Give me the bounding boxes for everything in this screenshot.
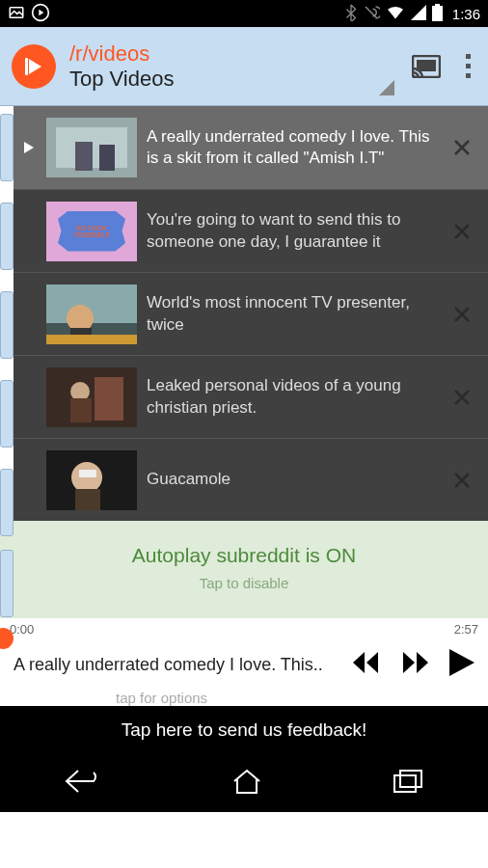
- video-item[interactable]: Leaked personal videos of a young christ…: [14, 355, 488, 438]
- status-bar: 1:36: [0, 0, 488, 27]
- remove-button[interactable]: [449, 302, 474, 327]
- now-playing-title[interactable]: A really underrated comedy I love. This.…: [14, 655, 353, 675]
- video-thumbnail: [46, 367, 137, 427]
- svg-rect-2: [432, 6, 443, 21]
- video-thumbnail: [46, 118, 137, 177]
- video-item[interactable]: GO FUCKYOURSELF You're going to want to …: [14, 189, 488, 272]
- title-block[interactable]: /r/videos Top Videos: [69, 41, 379, 92]
- remove-button[interactable]: [449, 219, 474, 244]
- battery-icon: [432, 4, 443, 24]
- play-circle-icon: [31, 3, 50, 25]
- cast-icon[interactable]: [412, 55, 441, 78]
- svg-rect-25: [400, 771, 421, 787]
- status-time: 1:36: [452, 6, 480, 22]
- video-thumbnail: [46, 285, 137, 344]
- home-button[interactable]: [230, 768, 263, 799]
- autoplay-subtitle: Tap to disable: [0, 575, 488, 591]
- feedback-bar[interactable]: Tap here to send us feedback!: [0, 706, 488, 754]
- android-nav-bar: [0, 754, 488, 812]
- remove-button[interactable]: [449, 135, 474, 160]
- svg-rect-3: [435, 4, 440, 6]
- video-item[interactable]: A really underrated comedy I love. This …: [14, 106, 488, 189]
- video-title: Leaked personal videos of a young christ…: [147, 375, 449, 418]
- svg-rect-22: [75, 489, 100, 510]
- subreddit-title: /r/videos: [69, 41, 379, 67]
- autoplay-title: Autoplay subreddit is ON: [0, 544, 488, 567]
- svg-rect-24: [394, 775, 416, 792]
- video-thumbnail: [46, 450, 137, 510]
- video-title: A really underrated comedy I love. This …: [147, 126, 449, 169]
- video-title: You're going to want to send this to som…: [147, 209, 449, 252]
- svg-rect-10: [99, 145, 115, 171]
- recent-apps-button[interactable]: [393, 769, 423, 798]
- autoplay-banner[interactable]: Autoplay subreddit is ON Tap to disable: [0, 521, 488, 618]
- time-end: 2:57: [454, 622, 478, 641]
- video-title: World's most innocent TV presenter, twic…: [147, 292, 449, 335]
- player-area: 0:00 2:57 A really underrated comedy I l…: [0, 618, 488, 706]
- signal-icon: [411, 5, 426, 23]
- timeline[interactable]: 0:00 2:57: [0, 618, 488, 641]
- drawer-edge-tabs[interactable]: [0, 106, 14, 618]
- previous-button[interactable]: [353, 652, 380, 677]
- now-playing-indicator-icon: [21, 142, 37, 153]
- svg-rect-17: [95, 377, 123, 420]
- feedback-label: Tap here to send us feedback!: [122, 719, 367, 740]
- play-button[interactable]: [449, 649, 474, 680]
- remove-button[interactable]: [449, 468, 474, 493]
- video-title: Guacamole: [147, 469, 449, 490]
- video-list-container: A really underrated comedy I love. This …: [0, 106, 488, 618]
- svg-rect-23: [79, 470, 96, 477]
- back-button[interactable]: [65, 767, 101, 800]
- app-header: /r/videos Top Videos: [0, 27, 488, 106]
- wifi-icon: [386, 5, 405, 23]
- svg-rect-4: [25, 58, 28, 75]
- svg-rect-15: [46, 335, 137, 344]
- video-thumbnail: GO FUCKYOURSELF: [46, 202, 137, 261]
- remove-button[interactable]: [449, 385, 474, 410]
- svg-rect-9: [75, 142, 93, 171]
- sort-subtitle: Top Videos: [69, 67, 379, 92]
- overflow-menu-icon[interactable]: [460, 48, 476, 84]
- video-item[interactable]: Guacamole: [14, 438, 488, 521]
- dropdown-indicator-icon[interactable]: [379, 80, 394, 95]
- app-logo-icon[interactable]: [12, 44, 56, 89]
- svg-point-13: [67, 305, 94, 332]
- video-item[interactable]: World's most innocent TV presenter, twic…: [14, 272, 488, 355]
- options-hint[interactable]: tap for options: [116, 690, 488, 706]
- next-button[interactable]: [401, 652, 428, 677]
- svg-rect-19: [70, 398, 92, 422]
- image-icon: [8, 4, 25, 24]
- bluetooth-icon: [345, 4, 357, 24]
- vibrate-icon: [363, 4, 380, 24]
